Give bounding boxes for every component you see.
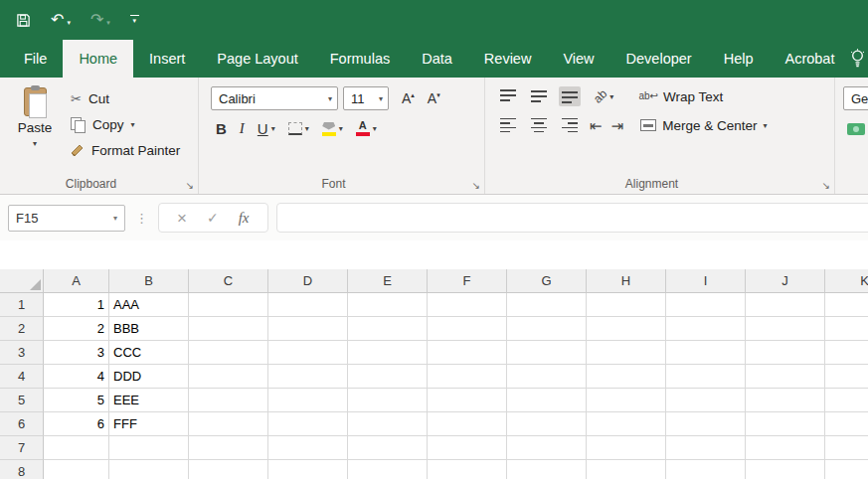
insert-function-fx-icon[interactable]: fx xyxy=(239,210,250,227)
tab-data[interactable]: Data xyxy=(406,40,468,78)
row-header-6[interactable]: 6 xyxy=(0,412,44,436)
cell-I3[interactable] xyxy=(666,341,746,365)
cell-K1[interactable] xyxy=(825,293,868,317)
cell-B6[interactable]: FFF xyxy=(109,412,189,436)
center-button[interactable] xyxy=(528,115,550,135)
cell-K2[interactable] xyxy=(825,317,868,341)
cell-F7[interactable] xyxy=(428,436,507,460)
column-header-E[interactable]: E xyxy=(348,269,428,293)
cell-A6[interactable]: 6 xyxy=(44,412,109,436)
cell-D1[interactable] xyxy=(268,293,348,317)
column-header-J[interactable]: J xyxy=(746,269,825,293)
row-header-5[interactable]: 5 xyxy=(0,389,44,412)
cell-G8[interactable] xyxy=(507,460,587,479)
format-painter-button[interactable]: Format Painter xyxy=(71,137,180,163)
orientation-button[interactable]: ab▾ xyxy=(594,89,613,103)
tab-home[interactable]: Home xyxy=(63,40,133,78)
cell-E1[interactable] xyxy=(348,293,428,317)
cell-H5[interactable] xyxy=(587,389,666,412)
decrease-indent-button[interactable]: ⇤ xyxy=(590,118,603,133)
accounting-format-icon[interactable] xyxy=(847,123,865,135)
cancel-icon[interactable]: × xyxy=(177,210,187,227)
cell-C2[interactable] xyxy=(189,317,268,341)
enter-check-icon[interactable]: ✓ xyxy=(207,211,219,225)
row-header-3[interactable]: 3 xyxy=(0,341,44,365)
merge-center-dropdown-icon[interactable]: ▾ xyxy=(763,121,767,130)
copy-button[interactable]: Copy ▾ xyxy=(71,111,180,137)
cell-I5[interactable] xyxy=(666,389,746,412)
cell-J1[interactable] xyxy=(746,293,825,317)
cell-K5[interactable] xyxy=(825,389,868,412)
cell-D7[interactable] xyxy=(268,436,348,460)
cell-D6[interactable] xyxy=(268,412,348,436)
cell-H2[interactable] xyxy=(587,317,666,341)
italic-button[interactable]: I xyxy=(240,121,245,136)
row-header-1[interactable]: 1 xyxy=(0,293,44,317)
cell-I7[interactable] xyxy=(666,436,746,460)
cell-I2[interactable] xyxy=(666,317,746,341)
cell-A7[interactable] xyxy=(44,436,109,460)
middle-align-button[interactable] xyxy=(528,86,550,106)
fill-color-button[interactable]: ▾ xyxy=(322,122,343,136)
row-header-8[interactable]: 8 xyxy=(0,460,44,479)
cell-H3[interactable] xyxy=(587,341,666,365)
cell-K6[interactable] xyxy=(825,412,868,436)
cell-K3[interactable] xyxy=(825,341,868,365)
font-color-button[interactable]: A ▾ xyxy=(356,121,377,136)
font-dialog-launcher[interactable]: ↘ xyxy=(472,180,480,191)
cell-J3[interactable] xyxy=(746,341,825,365)
name-box[interactable]: F15 ▾ xyxy=(8,205,125,232)
cell-E4[interactable] xyxy=(348,365,428,389)
column-header-A[interactable]: A xyxy=(44,269,109,293)
cell-C5[interactable] xyxy=(189,389,268,412)
cell-K8[interactable] xyxy=(825,460,868,479)
column-header-F[interactable]: F xyxy=(428,269,507,293)
name-box-dropdown-icon[interactable]: ▾ xyxy=(113,214,117,223)
cell-J2[interactable] xyxy=(746,317,825,341)
cell-E8[interactable] xyxy=(348,460,428,479)
borders-dropdown-icon[interactable]: ▾ xyxy=(305,125,309,133)
tab-view[interactable]: View xyxy=(547,40,609,78)
column-header-B[interactable]: B xyxy=(109,269,189,293)
cell-C8[interactable] xyxy=(189,460,268,479)
tab-review[interactable]: Review xyxy=(468,40,548,78)
cell-C7[interactable] xyxy=(189,436,268,460)
cell-A8[interactable] xyxy=(44,460,109,479)
cell-I6[interactable] xyxy=(666,412,746,436)
cell-I8[interactable] xyxy=(666,460,746,479)
tab-insert[interactable]: Insert xyxy=(133,40,201,78)
column-header-K[interactable]: K xyxy=(825,269,868,293)
cell-J4[interactable] xyxy=(746,365,825,389)
clipboard-dialog-launcher[interactable]: ↘ xyxy=(186,180,194,191)
bottom-align-button[interactable] xyxy=(559,86,581,106)
cell-F8[interactable] xyxy=(428,460,507,479)
cell-E2[interactable] xyxy=(348,317,428,341)
formula-input[interactable] xyxy=(276,203,868,233)
cell-A3[interactable]: 3 xyxy=(44,341,109,365)
cell-D5[interactable] xyxy=(268,389,348,412)
underline-dropdown-icon[interactable]: ▾ xyxy=(271,125,275,133)
column-header-D[interactable]: D xyxy=(268,269,348,293)
customize-quick-access-toolbar-button[interactable]: ▾ xyxy=(130,15,139,26)
cell-A4[interactable]: 4 xyxy=(44,365,109,389)
top-align-button[interactable] xyxy=(497,86,519,106)
font-name-combobox[interactable]: Calibri ▾ xyxy=(211,86,338,110)
font-name-dropdown-icon[interactable]: ▾ xyxy=(322,94,332,103)
copy-dropdown-icon[interactable]: ▾ xyxy=(131,120,135,129)
cell-J7[interactable] xyxy=(746,436,825,460)
cell-D2[interactable] xyxy=(268,317,348,341)
cell-D3[interactable] xyxy=(268,341,348,365)
align-left-button[interactable] xyxy=(497,115,519,135)
row-header-2[interactable]: 2 xyxy=(0,317,44,341)
tab-acrobat[interactable]: Acrobat xyxy=(769,40,850,78)
cell-A2[interactable]: 2 xyxy=(44,317,109,341)
cell-C3[interactable] xyxy=(189,341,268,365)
cell-J8[interactable] xyxy=(746,460,825,479)
undo-button[interactable]: ↶ ▾ xyxy=(51,12,71,28)
row-header-4[interactable]: 4 xyxy=(0,365,44,389)
cell-B7[interactable] xyxy=(109,436,189,460)
font-color-dropdown-icon[interactable]: ▾ xyxy=(373,125,377,133)
cell-B2[interactable]: BBB xyxy=(109,317,189,341)
paste-dropdown-icon[interactable]: ▾ xyxy=(33,139,37,148)
cell-B8[interactable] xyxy=(109,460,189,479)
